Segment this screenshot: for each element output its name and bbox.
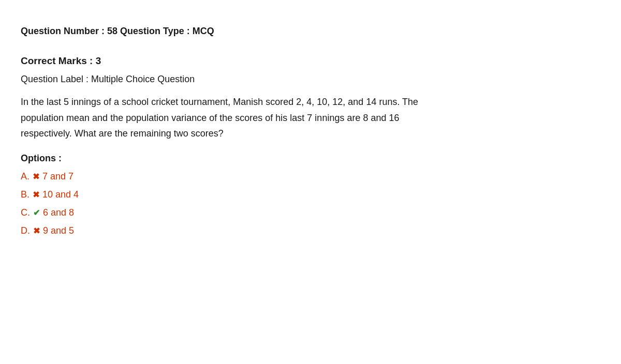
- option-c-check-icon: ✔: [33, 208, 40, 218]
- correct-marks-label: Correct Marks : 3: [21, 55, 600, 67]
- question-label-section: Question Label : Multiple Choice Questio…: [21, 74, 600, 85]
- options-section: Options : A. ✖ 7 and 7 B. ✖ 10 and 4 C. …: [21, 153, 600, 236]
- option-d-label: D.: [21, 225, 30, 236]
- question-line2: population mean and the population varia…: [21, 113, 400, 123]
- question-header: Question Number : 58 Question Type : MCQ: [21, 26, 600, 37]
- option-a-label: A.: [21, 171, 29, 182]
- question-number-type: Question Number : 58 Question Type : MCQ: [21, 26, 600, 37]
- option-b-label: B.: [21, 189, 29, 200]
- question-label-text: Question Label : Multiple Choice Questio…: [21, 74, 600, 85]
- option-c-text: 6 and 8: [43, 207, 74, 218]
- question-body: In the last 5 innings of a school cricke…: [21, 94, 590, 142]
- question-line3: respectively. What are the remaining two…: [21, 128, 224, 139]
- option-b: B. ✖ 10 and 4: [21, 189, 600, 200]
- option-c: C. ✔ 6 and 8: [21, 207, 600, 218]
- option-a: A. ✖ 7 and 7: [21, 171, 600, 182]
- correct-marks-section: Correct Marks : 3: [21, 55, 600, 67]
- option-d-cross-icon: ✖: [33, 226, 40, 236]
- option-d-text: 9 and 5: [43, 225, 74, 236]
- option-b-text: 10 and 4: [42, 189, 79, 200]
- option-a-cross-icon: ✖: [33, 172, 39, 181]
- option-a-text: 7 and 7: [42, 171, 73, 182]
- option-b-cross-icon: ✖: [33, 190, 39, 200]
- options-heading: Options :: [21, 153, 600, 164]
- option-c-label: C.: [21, 207, 30, 218]
- question-text-section: In the last 5 innings of a school cricke…: [21, 94, 600, 142]
- option-d: D. ✖ 9 and 5: [21, 225, 600, 236]
- question-line1: In the last 5 innings of a school cricke…: [21, 97, 418, 107]
